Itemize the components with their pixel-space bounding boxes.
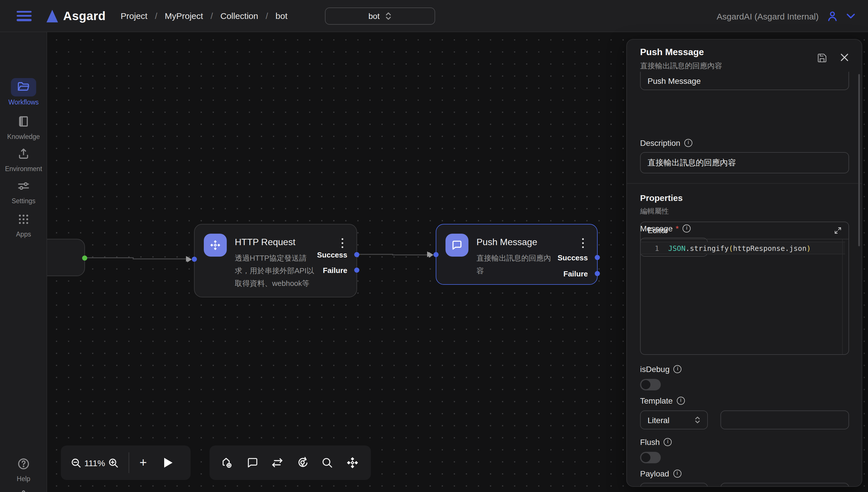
node-menu-icon[interactable] [582,238,585,248]
payload-type-select[interactable] [640,483,708,487]
search-icon[interactable] [321,457,334,469]
info-icon[interactable]: i [673,470,681,478]
node-description: 直接輸出訊息的回應內容 [476,252,556,277]
breadcrumb-separator: / [210,11,213,21]
info-icon[interactable]: i [684,139,692,147]
node-title: HTTP Request [235,237,295,247]
chevron-updown-icon [695,416,700,424]
zoom-out-button[interactable] [70,457,82,469]
breadcrumb-collection[interactable]: Collection [220,11,258,21]
zoom-in-button[interactable] [107,457,119,469]
node-title: Push Message [476,237,537,247]
flush-toggle[interactable] [640,452,661,463]
user-icon[interactable] [826,10,839,22]
partial-node[interactable] [47,239,85,276]
line-number: 1 [641,244,668,252]
info-icon[interactable]: i [677,397,685,405]
description-input[interactable]: 直接輸出訊息的回應內容 [640,152,849,173]
node-menu-icon[interactable] [342,238,344,248]
breadcrumb-separator: / [155,11,157,21]
input-arrow-icon [187,256,192,262]
sidebar-item-workspace[interactable]: Workspace [0,488,47,492]
comment-icon[interactable] [246,457,258,469]
panel-title: Push Message [640,47,704,57]
info-icon[interactable]: i [664,438,672,446]
output-port-success[interactable] [354,252,359,257]
folder-open-icon [11,78,36,96]
sliders-icon [11,177,36,195]
template-label: Template [640,396,673,405]
push-message-node-icon [445,233,468,256]
sidebar-item-workflows[interactable]: Workflows [0,78,47,106]
app-root: Asgard Project / MyProject / Collection … [0,0,868,492]
sidebar-item-apps[interactable]: Apps [0,210,47,238]
editor-label: Editor [648,226,668,235]
payload-value-input[interactable] [720,483,849,487]
breadcrumb: Project / MyProject / Collection / bot [121,11,287,21]
description-input-value: 直接輸出訊息的回應內容 [648,157,736,168]
output-port-success[interactable] [595,255,600,260]
port-label-success: Success [557,253,588,262]
upload-icon [11,145,36,163]
template-type-value: Literal [648,415,669,424]
template-label-row: Template i [640,396,685,405]
output-port-green[interactable] [82,255,87,261]
save-icon[interactable] [817,53,827,63]
left-sidebar: Workflows Knowledge Environment Settings… [0,32,47,492]
output-port-failure[interactable] [354,268,359,273]
input-port[interactable] [192,256,197,262]
sidebar-item-knowledge[interactable]: Knowledge [0,113,47,140]
isdebug-toggle[interactable] [640,379,661,390]
name-input-value: Push Message [648,76,701,85]
input-port[interactable] [433,252,439,257]
menu-icon[interactable] [17,10,31,21]
port-label-failure: Failure [564,270,588,278]
breadcrumb-myproject[interactable]: MyProject [165,11,203,21]
template-type-select[interactable]: Literal [640,411,708,429]
properties-title: Properties [640,193,683,203]
output-port-failure[interactable] [595,271,600,276]
sidebar-item-help[interactable]: Help [0,455,47,482]
name-input[interactable]: Push Message [640,72,849,90]
sidebar-item-label: Settings [11,197,35,204]
account-chevron-down-icon[interactable] [846,13,855,19]
description-label-row: Description i [640,138,692,148]
template-value-input[interactable] [720,411,849,429]
editor-current-line: 1 JSON.stringify(httpResponse.json) [641,242,845,254]
apps-grid-icon [11,210,36,228]
port-label-failure: Failure [323,266,347,275]
asgard-logo-icon [47,9,58,22]
description-label: Description [640,138,680,148]
run-workflow-button[interactable] [163,457,173,468]
zoom-toolbar: 111% + [61,445,191,480]
workflow-select-value: bot [369,11,380,21]
sidebar-item-label: Apps [16,231,31,238]
properties-subtitle: 編輯屬性 [640,207,669,217]
sidebar-item-label: Help [17,475,30,482]
node-push-message[interactable]: Push Message 直接輸出訊息的回應內容 Success Failure [436,224,598,285]
sidebar-item-environment[interactable]: Environment [0,145,47,172]
info-icon[interactable]: i [674,365,682,373]
breadcrumb-bot[interactable]: bot [276,11,288,21]
chevron-updown-icon [385,11,392,21]
expression-editor[interactable]: Editor 1 JSON.stringify(httpResponse.jso… [640,222,849,355]
sidebar-item-label: Knowledge [7,133,40,140]
workflow-select[interactable]: bot [325,7,435,25]
editor-body[interactable]: 1 JSON.stringify(httpResponse.json) [641,239,848,355]
node-library-icon[interactable] [345,456,359,470]
add-block-icon[interactable] [221,456,234,469]
payload-label: Payload [640,469,669,478]
expand-icon[interactable] [834,227,842,234]
breadcrumb-project[interactable]: Project [121,11,147,21]
add-node-button[interactable]: + [140,455,147,470]
auto-layout-icon[interactable] [296,456,309,470]
toolbar-divider [129,452,129,473]
panel-scrollbar[interactable] [858,74,860,246]
gear-icon [11,488,36,492]
account-label: AsgardAI (Asgard Internal) [717,11,819,21]
close-icon[interactable] [840,53,849,63]
sidebar-item-settings[interactable]: Settings [0,177,47,204]
sidebar-item-label: Environment [5,165,42,172]
swap-arrows-icon[interactable] [270,456,284,470]
node-http-request[interactable]: HTTP Request 透過HTTP協定發送請求，用於串接外部API以取得資料… [194,224,357,297]
